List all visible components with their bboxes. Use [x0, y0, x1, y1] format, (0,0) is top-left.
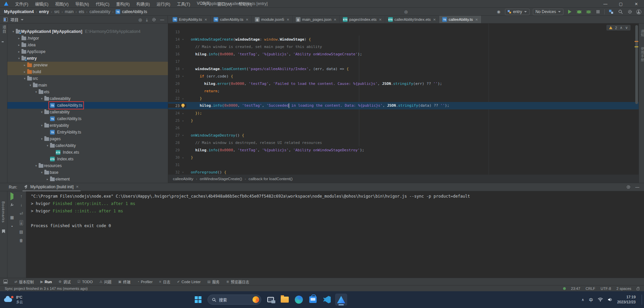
tree-item[interactable]: ▾base [7, 169, 168, 176]
clear-console-icon[interactable]: 🗑 [19, 238, 23, 243]
taskbar-search-box[interactable]: 搜索 [208, 295, 261, 305]
volume-icon[interactable] [608, 298, 612, 302]
tool-window-button-todo[interactable]: ☑TODO [77, 280, 93, 284]
taskbar-app-store[interactable] [307, 294, 319, 306]
collapse-all-icon[interactable]: ⤓ [146, 17, 148, 22]
tree-item[interactable]: ▾pages [7, 136, 168, 142]
panel-settings-icon[interactable] [152, 17, 156, 22]
menu-item[interactable]: 文件(F) [12, 1, 32, 7]
taskbar-weather-widget[interactable]: 8°C 多云 [3, 295, 23, 304]
code-line[interactable]: 25▴ } [168, 117, 639, 124]
code-line[interactable]: 19▾ if (err.code) { [168, 72, 639, 80]
tree-item[interactable]: ETSIndex.ets [7, 156, 168, 162]
code-line[interactable]: 14▾ onWindowStageCreate(windowStage: win… [168, 36, 639, 43]
search-everywhere-icon[interactable] [617, 9, 624, 15]
breadcrumb-item[interactable]: calleeability [89, 9, 110, 14]
code-line[interactable]: 23 hilog.info(0x0000, 'testTag', 'Succee… [168, 102, 639, 109]
editor-breadcrumb-item[interactable]: calleeAbility [173, 177, 193, 181]
tree-item[interactable]: ▾entry [7, 55, 168, 62]
locate-icon[interactable]: ◉ [496, 9, 502, 15]
tree-chevron-icon[interactable]: ▸ [16, 50, 21, 53]
tree-chevron-icon[interactable]: ▾ [11, 30, 16, 33]
tree-chevron-icon[interactable]: ▾ [39, 171, 44, 174]
editor-scrollbar[interactable] [635, 25, 638, 104]
maximize-button[interactable]: ▢ [613, 0, 629, 8]
close-icon[interactable]: ✕ [76, 185, 79, 189]
fold-marker-icon[interactable]: ▴ [180, 97, 186, 100]
rerun-icon[interactable] [10, 194, 13, 199]
taskbar-app-task-view[interactable] [265, 294, 277, 306]
breadcrumb-item[interactable]: main [65, 9, 74, 14]
tree-chevron-icon[interactable]: ▾ [39, 110, 44, 114]
code-line[interactable]: 26 [168, 124, 639, 132]
tree-item[interactable]: ▾main [7, 82, 168, 89]
panel-settings-icon[interactable] [626, 185, 631, 190]
wifi-icon[interactable] [598, 298, 603, 302]
line-ending-indicator[interactable]: CRLF [586, 287, 595, 291]
breadcrumb-item[interactable]: entry [39, 9, 49, 14]
run-tab[interactable]: MyApplication [build init] ✕ [22, 183, 81, 191]
up-stack-trace-icon[interactable]: ↑ [20, 194, 22, 199]
fold-marker-icon[interactable]: ▾ [180, 171, 186, 174]
breadcrumb-item[interactable]: calleeAbility.ts [122, 9, 147, 14]
attach-debugger-button[interactable] [586, 9, 592, 15]
hide-panel-icon[interactable]: — [635, 185, 639, 190]
code-line[interactable]: 32▾ onForeground() { [168, 168, 639, 174]
taskbar-app-deveco-studio[interactable] [335, 294, 347, 306]
stop-button[interactable] [595, 9, 601, 15]
editor-tab[interactable]: ETSpages\Index.ets✕ [340, 16, 385, 23]
code-editor[interactable]: 1314▾ onWindowStageCreate(windowStage: w… [168, 23, 639, 174]
tree-chevron-icon[interactable]: ▾ [34, 90, 39, 94]
code-line[interactable]: 13 [168, 28, 639, 36]
code-line[interactable]: 24▴ }); [168, 109, 639, 117]
tree-chevron-icon[interactable]: ▸ [16, 37, 21, 40]
tray-clock[interactable]: 17:19 2023/12/23 [617, 295, 636, 305]
close-icon[interactable]: ✕ [286, 18, 289, 21]
fold-marker-icon[interactable]: ▴ [180, 112, 186, 115]
code-line[interactable]: 16 hilog.info(0x0000, 'testTag', '%{publ… [168, 50, 639, 58]
fold-marker-icon[interactable]: ▾ [180, 67, 186, 70]
project-panel-header[interactable]: 项目 ◎ ⤓ — [0, 16, 168, 23]
tree-item[interactable]: ▾ets [7, 89, 168, 95]
editor-tab[interactable]: ETScallerAbility\Index.ets✕ [385, 16, 439, 23]
breadcrumb-item[interactable]: MyApplication4 [4, 9, 34, 14]
editor-breadcrumb-item[interactable]: callback for loadContent() [248, 177, 292, 181]
code-line[interactable]: 28 // Main window is destroyed, release … [168, 139, 639, 146]
target-icon[interactable]: ◎ [403, 9, 409, 15]
code-line[interactable]: 29 hilog.info(0x0000, 'testTag', '%{publ… [168, 146, 639, 154]
tool-stripe-project-tab[interactable]: 项目 [1, 25, 7, 34]
tree-chevron-icon[interactable]: ▸ [22, 70, 27, 73]
tree-item[interactable]: ▾resources [7, 162, 168, 169]
menu-item[interactable]: 编辑(E) [32, 1, 52, 7]
editor-tab[interactable]: {}module.json5✕ [252, 16, 293, 23]
print-icon[interactable]: ▤ [19, 229, 23, 234]
bookmark-icon[interactable] [2, 229, 5, 233]
settings-gear-icon[interactable] [627, 9, 633, 15]
tool-window-button-服务[interactable]: ▤服务 [207, 279, 219, 285]
tree-chevron-icon[interactable]: ▾ [39, 137, 44, 141]
close-icon[interactable]: ✕ [475, 18, 478, 21]
code-line[interactable]: 18▾ windowStage.loadContent('pages/calle… [168, 65, 639, 72]
run-config-selector[interactable]: entry [505, 9, 530, 15]
tree-item[interactable]: ▸element [7, 176, 168, 183]
debug-button[interactable] [576, 9, 582, 15]
tree-item[interactable]: ▸AppScope [7, 48, 168, 55]
code-line[interactable]: 22▴ } [168, 95, 639, 102]
soft-wrap-icon[interactable]: ⏎ [19, 211, 23, 216]
build-settings-icon[interactable] [10, 203, 14, 207]
tree-item[interactable]: ▾callerAbility [7, 142, 168, 149]
tree-chevron-icon[interactable]: ▾ [45, 144, 50, 147]
code-line[interactable]: 31 [168, 161, 639, 168]
next-issue-icon[interactable]: ∨ [625, 25, 628, 30]
menu-item[interactable]: 代码(C) [92, 1, 113, 7]
tree-chevron-icon[interactable]: ▾ [34, 164, 39, 167]
hide-panel-icon[interactable]: — [160, 17, 164, 22]
down-stack-trace-icon[interactable]: ↓ [20, 203, 22, 207]
editor-tab[interactable]: {}main_pages.json✕ [293, 16, 340, 23]
tree-item[interactable]: ▸.hvigor [7, 35, 168, 42]
tool-window-button-profiler[interactable]: ◔Profiler [137, 280, 152, 284]
locate-file-icon[interactable]: ◎ [138, 17, 142, 22]
tree-item[interactable]: ▾callerability [7, 109, 168, 115]
inspection-widget[interactable]: 2 ∧ ∨ [606, 25, 631, 31]
tree-item[interactable]: ▾src [7, 75, 168, 82]
